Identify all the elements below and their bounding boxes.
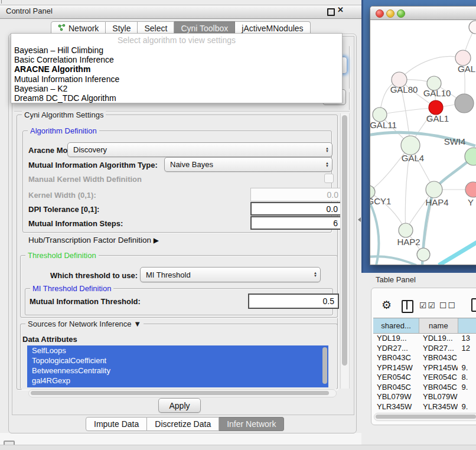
- table-row[interactable]: YBR043CYBR043C: [373, 353, 476, 363]
- expanded-arrow-icon[interactable]: ▼: [133, 319, 141, 328]
- column-header[interactable]: shared...: [373, 318, 419, 333]
- aracne-mode-select[interactable]: Discovery ▲▼: [67, 142, 332, 157]
- network-node[interactable]: [417, 248, 430, 261]
- network-node-gal1[interactable]: [429, 100, 443, 115]
- node-label: GCY1: [370, 196, 391, 206]
- dropdown-placeholder: Select algorithm to view settings: [11, 34, 342, 45]
- tab-discretize-data[interactable]: Discretize Data: [147, 417, 219, 431]
- node-label: GAL11: [370, 120, 397, 130]
- table-cell: YLR345W: [373, 402, 419, 412]
- table-hscrollbar[interactable]: [374, 413, 476, 421]
- algorithm-option[interactable]: Dream8 DC_TDC Algorithm: [11, 93, 342, 103]
- network-edge[interactable]: [370, 199, 379, 265]
- network-icon: [58, 24, 66, 33]
- table-cell: 9.: [458, 363, 476, 373]
- which-threshold-select[interactable]: MI Threshold ▲▼: [140, 267, 321, 282]
- hub-factor-expander[interactable]: Hub/Transcription Factor Definition ▶: [28, 236, 159, 244]
- dpi-tolerance-field[interactable]: 0.0: [250, 202, 343, 216]
- network-graph-canvas[interactable]: GALGAL80GAL10GAL1GAL11SWI4GAL4GCY1HAP4YH…: [370, 19, 476, 265]
- node-table[interactable]: shared...name YDL19...YDL19...13YDR27...…: [373, 318, 476, 413]
- algorithm-option[interactable]: ARACNE Algorithm: [11, 64, 342, 74]
- data-attributes-label: Data Attributes: [22, 335, 77, 344]
- minimize-traffic-light-icon[interactable]: [386, 9, 395, 18]
- attribute-item[interactable]: gal4RGexp: [27, 376, 328, 386]
- algorithm-option[interactable]: Bayesian – Hill Climbing: [11, 45, 342, 55]
- columns-icon[interactable]: [402, 300, 413, 313]
- tab-jactivemnodules[interactable]: jActiveMNodules: [235, 21, 310, 34]
- deselect-all-icon[interactable]: ☐☐: [439, 301, 457, 310]
- zoom-traffic-light-icon[interactable]: [397, 9, 405, 18]
- node-label: SWI4: [444, 136, 466, 146]
- attribute-item[interactable]: SelfLoops: [27, 345, 328, 356]
- table-hscroll-thumb[interactable]: [376, 415, 476, 419]
- table-row[interactable]: YDR27...YDR27...12: [373, 344, 476, 354]
- column-header[interactable]: [458, 318, 476, 333]
- network-node-hap4[interactable]: [426, 181, 442, 198]
- select-all-icon[interactable]: ☑☑: [419, 301, 436, 310]
- manual-kernel-checkbox[interactable]: [324, 174, 334, 183]
- mi-threshold-field[interactable]: 0.5: [248, 294, 339, 309]
- mi-type-value: Naive Bayes: [170, 160, 213, 169]
- table-row[interactable]: YBL079WYBL079W: [373, 392, 476, 402]
- sources-title: Sources for Network Inference: [28, 319, 132, 328]
- close-panel-icon[interactable]: ✕: [337, 5, 344, 14]
- float-panel-icon[interactable]: [327, 8, 335, 16]
- network-edge[interactable]: [439, 242, 476, 265]
- stepper-icon: ▲▼: [325, 158, 329, 171]
- gear-icon[interactable]: ⚙: [382, 298, 392, 312]
- algorithm-option[interactable]: Mutual Information Inference: [11, 74, 342, 84]
- table-cell: YDL19...: [373, 334, 419, 344]
- network-node[interactable]: [455, 94, 474, 113]
- splitpane-collapse-icon[interactable]: [358, 217, 361, 222]
- table-cell: YLR345W: [419, 402, 458, 412]
- settings-hscrollbar[interactable]: [28, 389, 337, 397]
- network-edge[interactable]: [399, 57, 463, 80]
- algorithm-option[interactable]: Bayesian – K2: [11, 84, 342, 93]
- tab-impute-data[interactable]: Impute Data: [86, 417, 147, 431]
- hscroll-thumb[interactable]: [31, 391, 329, 395]
- apply-label: Apply: [169, 401, 190, 410]
- table-cell: YER054C: [373, 373, 419, 383]
- dpi-tolerance-label: DPI Tolerance [0,1]:: [28, 205, 99, 214]
- table-cell: YBR045C: [373, 383, 419, 393]
- network-node-y[interactable]: [465, 182, 476, 197]
- settings-vscrollbar[interactable]: [340, 113, 350, 389]
- table-cell: 9.: [458, 383, 476, 393]
- tab-select[interactable]: Select: [138, 21, 174, 34]
- group-title: MI Threshold Definition: [30, 284, 113, 293]
- vscroll-thumb[interactable]: [342, 115, 347, 366]
- attribute-item[interactable]: TopologicalCoefficient: [27, 356, 328, 366]
- kernel-width-field[interactable]: 0.0: [250, 188, 343, 201]
- table-cell: YBR043C: [419, 353, 458, 363]
- close-traffic-light-icon[interactable]: [376, 9, 384, 18]
- group-title: Threshold Definition: [25, 251, 99, 260]
- tab-network[interactable]: Network: [51, 21, 106, 34]
- table-row[interactable]: YLR345WYLR345W9.: [373, 402, 476, 412]
- algorithm-option[interactable]: Basic Correlation Inference: [11, 55, 342, 64]
- data-attributes-list[interactable]: SelfLoopsTopologicalCoefficientBetweenne…: [27, 345, 328, 387]
- table-row[interactable]: YBR045CYBR045C9.: [373, 383, 476, 393]
- file-icon[interactable]: [471, 298, 476, 312]
- network-view-window[interactable]: GALGAL80GAL10GAL1GAL11SWI4GAL4GCY1HAP4YH…: [370, 6, 476, 265]
- tab-style[interactable]: Style: [106, 21, 138, 34]
- tab-infer-network[interactable]: Infer Network: [219, 417, 284, 431]
- apply-button[interactable]: Apply: [158, 398, 201, 413]
- column-header[interactable]: name: [419, 318, 458, 333]
- mi-type-select[interactable]: Naive Bayes ▲▼: [164, 157, 332, 172]
- network-node[interactable]: [469, 21, 476, 34]
- mi-type-label: Mutual Information Algorithm Type:: [28, 161, 158, 169]
- mi-steps-field[interactable]: 6: [250, 216, 343, 230]
- attribute-item[interactable]: BetweennessCentrality: [27, 366, 328, 376]
- network-node-gal4[interactable]: [401, 136, 420, 155]
- attributes-scrollbar[interactable]: [322, 347, 327, 384]
- table-row[interactable]: YER054CYER054C8.: [373, 373, 476, 383]
- tab-cyni-toolbox[interactable]: Cyni Toolbox: [174, 21, 235, 34]
- network-node-hap2[interactable]: [399, 223, 413, 237]
- table-row[interactable]: YPR145WYPR145W9.: [373, 363, 476, 373]
- table-cell: YDR27...: [373, 344, 419, 354]
- tab-label: Cyni Toolbox: [181, 24, 228, 33]
- table-cell: 9.: [458, 402, 476, 412]
- table-cell: 13: [458, 334, 476, 344]
- group-title: Algorithm Definition: [28, 126, 99, 135]
- table-row[interactable]: YDL19...YDL19...13: [373, 334, 476, 344]
